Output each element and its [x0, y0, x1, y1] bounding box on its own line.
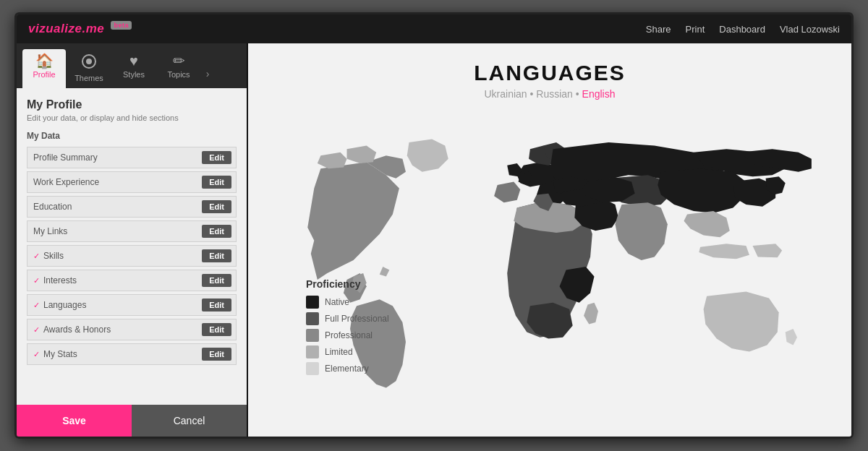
- app-window: vizualize.me beta Share Print Dashboard …: [14, 12, 854, 439]
- tab-themes-label: Themes: [75, 74, 103, 82]
- lang-english: English: [582, 88, 616, 100]
- row-work-experience: Work Experience Edit: [27, 171, 237, 193]
- sidebar: 🏠 Profile Themes ♥ Styles: [17, 43, 248, 437]
- logo: vizualize.me beta: [28, 22, 132, 36]
- limited-label: Limited: [325, 347, 353, 357]
- proficiency-elementary: Elementary: [306, 362, 389, 375]
- edit-awards[interactable]: Edit: [202, 323, 231, 336]
- main-body: 🏠 Profile Themes ♥ Styles: [17, 43, 851, 437]
- check-my-stats: ✓: [33, 350, 40, 359]
- row-label-skills: ✓Skills: [33, 251, 202, 261]
- edit-education[interactable]: Edit: [202, 200, 231, 213]
- professional-swatch: [306, 329, 319, 342]
- elementary-swatch: [306, 362, 319, 375]
- row-label-awards: ✓Awards & Honors: [33, 325, 202, 335]
- tab-arrow[interactable]: ›: [202, 59, 213, 88]
- edit-languages[interactable]: Edit: [202, 298, 231, 312]
- check-awards: ✓: [33, 325, 40, 335]
- proficiency-limited: Limited: [306, 345, 389, 358]
- edit-skills[interactable]: Edit: [202, 249, 231, 262]
- cancel-button[interactable]: Cancel: [132, 405, 247, 437]
- row-skills: ✓Skills Edit: [27, 245, 237, 267]
- lang-sep1: •: [530, 88, 537, 100]
- row-label-interests: ✓Interests: [33, 275, 202, 285]
- check-languages: ✓: [33, 301, 40, 310]
- svg-point-1: [86, 59, 92, 64]
- tab-topics[interactable]: ✏ Topics: [157, 49, 200, 88]
- row-label-my-stats: ✓My Stats: [33, 349, 202, 359]
- logo-me: .me: [82, 22, 104, 35]
- native-label: Native: [325, 297, 349, 307]
- languages-subtitle: Ukrainian • Russian • English: [484, 88, 615, 100]
- home-icon: 🏠: [35, 53, 54, 68]
- check-skills: ✓: [33, 252, 40, 261]
- full-professional-swatch: [306, 312, 319, 325]
- row-languages: ✓Languages Edit: [27, 294, 237, 316]
- proficiency-professional: Professional: [306, 329, 389, 342]
- save-button[interactable]: Save: [17, 405, 132, 437]
- edit-profile-summary[interactable]: Edit: [202, 151, 231, 164]
- nav-user[interactable]: Vlad Lozowski: [780, 24, 840, 35]
- tab-profile-label: Profile: [33, 70, 55, 79]
- map-container: Proficiency Native Full Professional Pro…: [270, 111, 830, 422]
- edit-interests[interactable]: Edit: [202, 274, 231, 287]
- top-nav: Share Print Dashboard Vlad Lozowski: [646, 24, 840, 35]
- row-profile-summary: Profile Summary Edit: [27, 147, 237, 168]
- row-my-links: My Links Edit: [27, 220, 237, 242]
- top-bar: vizualize.me beta Share Print Dashboard …: [17, 14, 851, 43]
- row-label-languages: ✓Languages: [33, 300, 202, 310]
- edit-my-stats[interactable]: Edit: [202, 348, 231, 361]
- limited-swatch: [306, 345, 319, 358]
- check-interests: ✓: [33, 276, 40, 285]
- edit-my-links[interactable]: Edit: [202, 225, 231, 238]
- logo-text: vizualize.me: [28, 22, 104, 35]
- lang-ukrainian: Ukrainian: [484, 88, 527, 100]
- profile-title: My Profile: [27, 98, 237, 111]
- elementary-label: Elementary: [325, 364, 369, 374]
- tab-styles[interactable]: ♥ Styles: [112, 49, 156, 88]
- section-label: My Data: [27, 131, 237, 141]
- sidebar-footer: Save Cancel: [17, 405, 247, 437]
- row-awards: ✓Awards & Honors Edit: [27, 319, 237, 340]
- professional-label: Professional: [325, 330, 373, 340]
- tab-themes[interactable]: Themes: [67, 49, 111, 88]
- heart-icon: ♥: [129, 53, 138, 68]
- proficiency-legend: Proficiency Native Full Professional Pro…: [306, 278, 389, 379]
- pencil-icon: ✏: [173, 53, 185, 68]
- nav-print[interactable]: Print: [686, 24, 705, 35]
- tab-styles-label: Styles: [123, 70, 145, 79]
- lang-russian: Russian: [536, 88, 573, 100]
- native-swatch: [306, 296, 319, 309]
- tabs: 🏠 Profile Themes ♥ Styles: [17, 43, 247, 88]
- profile-panel: My Profile Edit your data, or display an…: [17, 88, 247, 405]
- row-education: Education Edit: [27, 196, 237, 218]
- row-interests: ✓Interests Edit: [27, 270, 237, 291]
- proficiency-title: Proficiency: [306, 278, 389, 290]
- row-my-stats: ✓My Stats Edit: [27, 343, 237, 365]
- full-professional-label: Full Professional: [325, 314, 389, 324]
- proficiency-full-professional: Full Professional: [306, 312, 389, 325]
- languages-title: LANGUAGES: [474, 61, 626, 85]
- tab-topics-label: Topics: [167, 70, 190, 79]
- themes-icon: [81, 53, 97, 72]
- tab-profile[interactable]: 🏠 Profile: [22, 49, 66, 88]
- profile-subtitle: Edit your data, or display and hide sect…: [27, 113, 237, 122]
- row-label-my-links: My Links: [33, 226, 202, 236]
- lang-sep2: •: [576, 88, 582, 100]
- row-label-work-experience: Work Experience: [33, 177, 202, 187]
- row-label-profile-summary: Profile Summary: [33, 153, 202, 163]
- content-area: LANGUAGES Ukrainian • Russian • English: [248, 43, 851, 437]
- proficiency-native: Native: [306, 296, 389, 309]
- edit-work-experience[interactable]: Edit: [202, 176, 231, 189]
- nav-share[interactable]: Share: [646, 24, 671, 35]
- beta-badge: beta: [111, 21, 132, 30]
- nav-dashboard[interactable]: Dashboard: [719, 24, 765, 35]
- row-label-education: Education: [33, 202, 202, 212]
